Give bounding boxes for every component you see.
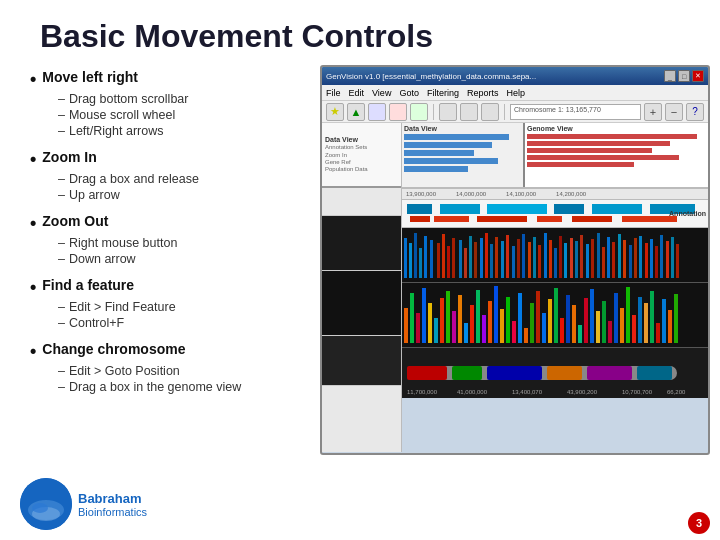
svg-rect-31: [564, 243, 567, 278]
svg-rect-34: [580, 235, 583, 278]
svg-rect-38: [602, 247, 605, 278]
reads-bars-svg: [402, 228, 708, 283]
toolbar-help-button[interactable]: ?: [686, 103, 704, 121]
slide: Basic Movement Controls • Move left righ…: [0, 0, 720, 540]
svg-rect-70: [500, 309, 504, 343]
annot-red-2: [434, 216, 469, 222]
menu-view[interactable]: View: [372, 88, 391, 98]
svg-rect-23: [522, 234, 525, 278]
svg-rect-90: [620, 308, 624, 343]
svg-rect-82: [572, 305, 576, 343]
page-number-badge: 3: [688, 512, 710, 534]
svg-rect-12: [464, 248, 467, 278]
track-name-reads: [322, 216, 401, 271]
svg-rect-36: [591, 239, 594, 278]
toolbar-btn-7[interactable]: [460, 103, 478, 121]
content-area: • Move left right Drag bottom scrollbar …: [0, 65, 720, 455]
genome-view-right: Genome View: [523, 123, 708, 188]
bullet-dot-2: •: [30, 150, 36, 168]
svg-rect-41: [618, 234, 621, 278]
svg-rect-3: [414, 233, 417, 278]
bar-5: [404, 166, 468, 172]
bar-1: [404, 134, 509, 140]
logo-name: Babraham: [78, 491, 147, 506]
svg-rect-33: [575, 241, 578, 278]
toolbar-btn-3[interactable]: [368, 103, 386, 121]
svg-rect-1: [404, 238, 407, 278]
menu-edit[interactable]: Edit: [349, 88, 365, 98]
toolbar-btn-zoom-in[interactable]: +: [644, 103, 662, 121]
svg-rect-22: [517, 239, 520, 278]
sub-item-drag-box: Drag a box and release: [58, 171, 310, 187]
toolbar-btn-8[interactable]: [481, 103, 499, 121]
maximize-button[interactable]: □: [678, 70, 690, 82]
logo-svg: [20, 478, 72, 530]
close-button[interactable]: ✕: [692, 70, 704, 82]
bullet-label-1: Move left right: [42, 69, 138, 85]
svg-text:43,900,200: 43,900,200: [567, 389, 598, 395]
svg-text:13,400,070: 13,400,070: [512, 389, 543, 395]
svg-rect-106: [587, 366, 632, 380]
gbar-1: [527, 134, 697, 139]
svg-rect-11: [459, 240, 462, 278]
window-controls[interactable]: _ □ ✕: [664, 70, 704, 82]
svg-rect-60: [440, 298, 444, 343]
svg-rect-9: [447, 246, 450, 278]
svg-rect-21: [512, 246, 515, 278]
svg-rect-26: [538, 245, 541, 278]
track-display-area: Data View: [402, 123, 708, 452]
svg-rect-94: [644, 303, 648, 343]
quant-track: Quantitations: [402, 283, 708, 348]
annot-red-1: [410, 216, 430, 222]
toolbar-btn-4[interactable]: [389, 103, 407, 121]
sub-item-edit-find: Edit > Find Feature: [58, 299, 310, 315]
menu-bar: File Edit View Goto Filtering Reports He…: [322, 85, 708, 101]
svg-rect-24: [528, 242, 531, 278]
svg-rect-78: [548, 299, 552, 343]
svg-rect-103: [452, 366, 482, 380]
track-name-quant: [322, 271, 401, 336]
sub-bullets-5: Edit > Goto Position Drag a box in the g…: [30, 363, 310, 395]
toolbar-btn-6[interactable]: [439, 103, 457, 121]
toolbar-btn-5[interactable]: [410, 103, 428, 121]
location-bar[interactable]: Chromosome 1: 13,165,770: [510, 104, 641, 120]
sub-bullets-1: Drag bottom scrollbar Mouse scroll wheel…: [30, 91, 310, 139]
svg-rect-85: [590, 289, 594, 343]
menu-goto[interactable]: Goto: [399, 88, 419, 98]
svg-rect-96: [656, 323, 660, 343]
menu-help[interactable]: Help: [506, 88, 525, 98]
toolbar-btn-zoom-out[interactable]: −: [665, 103, 683, 121]
svg-rect-6: [430, 240, 433, 278]
bullet-list: • Move left right Drag bottom scrollbar …: [30, 65, 310, 455]
minimize-button[interactable]: _: [664, 70, 676, 82]
quant-bars-svg: [402, 283, 708, 348]
screenshot-panel: GenVision v1.0 [essential_methylation_da…: [320, 65, 710, 455]
chromosome-ruler: 13,900,000 14,000,000 14,100,000 14,200,…: [402, 188, 708, 200]
annot-block-2: [440, 204, 480, 214]
gbar-4: [527, 155, 679, 160]
svg-text:11,700,000: 11,700,000: [407, 389, 438, 395]
svg-rect-107: [637, 366, 672, 380]
menu-file[interactable]: File: [326, 88, 341, 98]
window-titlebar: GenVision v1.0 [essential_methylation_da…: [322, 67, 708, 85]
svg-rect-46: [645, 243, 648, 278]
svg-rect-45: [639, 236, 642, 278]
svg-rect-29: [554, 248, 557, 278]
toolbar-btn-2[interactable]: ▲: [347, 103, 365, 121]
toolbar-btn-1[interactable]: ★: [326, 103, 344, 121]
menu-filtering[interactable]: Filtering: [427, 88, 459, 98]
reads-track: Reads / Calls: [402, 228, 708, 283]
svg-rect-16: [485, 233, 488, 278]
svg-rect-4: [419, 248, 422, 278]
menu-reports[interactable]: Reports: [467, 88, 499, 98]
sub-item-up-arrow: Up arrow: [58, 187, 310, 203]
track-name-chrom: [322, 336, 401, 386]
svg-rect-91: [626, 287, 630, 343]
bullet-zoom-out: • Zoom Out Right mouse button Down arrow: [30, 213, 310, 267]
logo-sub: Bioinformatics: [78, 506, 147, 518]
track-names-panel: Data View Annotation Sets Zoom In Gene R…: [322, 123, 402, 452]
svg-rect-25: [533, 237, 536, 278]
svg-rect-20: [506, 235, 509, 278]
svg-rect-58: [428, 303, 432, 343]
svg-rect-56: [416, 313, 420, 343]
